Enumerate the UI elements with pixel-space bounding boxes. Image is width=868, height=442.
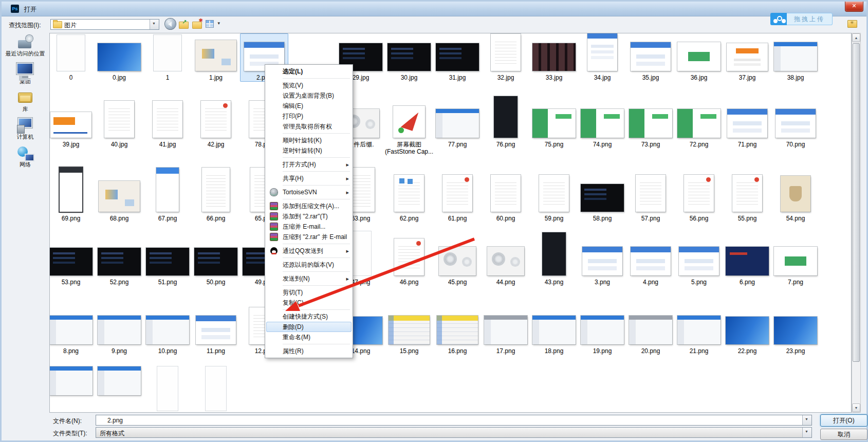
back-button[interactable] bbox=[165, 19, 176, 29]
file-item[interactable]: 35.jpg bbox=[626, 33, 675, 82]
file-item[interactable]: 6.png bbox=[723, 224, 771, 286]
close-button[interactable]: ✕ bbox=[845, 2, 863, 12]
file-item[interactable]: 0 bbox=[49, 33, 95, 82]
file-item[interactable] bbox=[95, 364, 143, 413]
file-item[interactable]: 73.png bbox=[626, 96, 675, 149]
file-item[interactable]: 72.png bbox=[675, 96, 723, 149]
file-item[interactable]: 43.png bbox=[530, 224, 578, 286]
context-menu-item[interactable]: 复制(C) bbox=[266, 298, 352, 308]
file-item[interactable]: 60.png bbox=[482, 159, 530, 223]
file-item[interactable]: 10.png bbox=[143, 288, 192, 355]
file-item[interactable]: 62.png bbox=[385, 159, 433, 223]
titlebar[interactable]: Ps 打开 ✕ bbox=[2, 2, 866, 16]
file-item[interactable]: 3.png bbox=[578, 224, 626, 286]
file-item[interactable]: 33.jpg bbox=[530, 33, 578, 82]
file-item[interactable]: 30.jpg bbox=[385, 33, 433, 82]
file-item[interactable]: 52.png bbox=[95, 224, 143, 286]
file-item[interactable]: 23.png bbox=[771, 288, 820, 355]
file-item[interactable]: 19.png bbox=[578, 288, 626, 355]
context-menu-item[interactable]: 选定(L) bbox=[266, 66, 352, 77]
sidebar-item-network[interactable]: 网络 bbox=[2, 145, 49, 169]
file-item[interactable]: 42.jpg bbox=[192, 96, 240, 149]
context-menu-item[interactable]: 发送到(N) bbox=[266, 273, 352, 284]
file-item[interactable]: 51.png bbox=[143, 224, 192, 286]
sidebar-item-computer[interactable]: 计算机 bbox=[2, 118, 49, 141]
file-item[interactable]: 74.png bbox=[578, 96, 626, 149]
file-type-combobox[interactable]: 所有格式 bbox=[96, 427, 812, 438]
scroll-up-icon[interactable]: ▲ bbox=[852, 33, 860, 42]
file-item[interactable]: 22.png bbox=[723, 288, 771, 355]
context-menu-item[interactable]: 设置为桌面背景(B) bbox=[266, 90, 352, 101]
context-menu-item[interactable]: 打开方式(H) bbox=[266, 159, 352, 170]
cancel-button[interactable]: 取消 bbox=[820, 429, 867, 440]
file-item[interactable]: 53.png bbox=[49, 224, 95, 286]
file-item[interactable]: 1 bbox=[143, 33, 192, 82]
context-menu-item[interactable]: 预览(V) bbox=[266, 80, 352, 90]
up-one-level-button[interactable] bbox=[178, 19, 189, 29]
file-item[interactable]: 40.jpg bbox=[95, 96, 143, 149]
file-item[interactable]: 37.jpg bbox=[723, 33, 771, 82]
context-menu-item[interactable]: 管理员取得所有权 bbox=[266, 121, 352, 132]
file-item[interactable]: 18.png bbox=[530, 288, 578, 355]
context-menu-item[interactable]: 逆时针旋转(N) bbox=[266, 145, 352, 156]
file-item[interactable]: 15.png bbox=[385, 288, 433, 355]
file-item[interactable]: 41.jpg bbox=[143, 96, 192, 149]
file-item[interactable] bbox=[49, 364, 95, 413]
file-item[interactable]: 17.png bbox=[482, 288, 530, 355]
new-folder-small-icon[interactable] bbox=[847, 20, 857, 28]
file-item[interactable]: 59.png bbox=[530, 159, 578, 223]
file-item[interactable]: 0.jpg bbox=[95, 33, 143, 82]
file-item[interactable]: 11.png bbox=[192, 288, 240, 355]
file-item[interactable]: 57.png bbox=[626, 159, 675, 223]
context-menu-item[interactable]: 还原以前的版本(V) bbox=[266, 260, 352, 270]
file-type-dropdown-icon[interactable] bbox=[802, 428, 811, 437]
file-item[interactable]: 61.png bbox=[433, 159, 482, 223]
open-button[interactable]: 打开(O) bbox=[820, 414, 867, 427]
file-item[interactable]: 66.png bbox=[192, 159, 240, 223]
file-item[interactable]: 76.png bbox=[482, 96, 530, 149]
context-menu-item[interactable]: TortoiseSVN bbox=[266, 187, 352, 197]
file-item[interactable]: 55.png bbox=[723, 159, 771, 223]
context-menu-item[interactable]: 压缩到 "2.rar" 并 E-mail bbox=[266, 232, 352, 242]
file-item[interactable] bbox=[192, 364, 240, 413]
file-list[interactable]: 00.jpg11.jpg2.png29.jpg30.jpg31.jpg32.jp… bbox=[49, 33, 852, 413]
context-menu-item[interactable]: 属性(R) bbox=[266, 346, 352, 356]
file-item[interactable]: 71.png bbox=[723, 96, 771, 149]
context-menu-item[interactable]: 通过QQ发送到 bbox=[266, 246, 352, 256]
file-name-combobox[interactable]: 2.png bbox=[96, 415, 812, 426]
look-in-combobox[interactable]: 图片 bbox=[50, 19, 159, 30]
file-item[interactable]: 70.png bbox=[771, 96, 820, 149]
views-menu-button[interactable] bbox=[205, 19, 216, 29]
scroll-down-icon[interactable]: ▼ bbox=[852, 403, 860, 412]
file-item[interactable]: 56.png bbox=[675, 159, 723, 223]
context-menu-item[interactable]: 打印(P) bbox=[266, 111, 352, 121]
context-menu-item[interactable]: 共享(H) bbox=[266, 173, 352, 183]
drag-upload-button[interactable]: 拖拽上传 bbox=[770, 13, 833, 25]
file-item[interactable]: 39.jpg bbox=[49, 96, 95, 149]
file-item[interactable]: 69.png bbox=[49, 159, 95, 223]
context-menu-item[interactable]: 添加到 "2.rar"(T) bbox=[266, 211, 352, 222]
file-item[interactable]: 68.png bbox=[95, 159, 143, 223]
file-item[interactable]: 屏幕截图(FastStone Cap... bbox=[385, 96, 433, 149]
new-folder-button[interactable] bbox=[192, 19, 202, 29]
file-item[interactable]: 44.png bbox=[482, 224, 530, 286]
file-item[interactable]: 54.png bbox=[771, 159, 820, 223]
context-menu-item[interactable]: 删除(D) bbox=[266, 322, 352, 332]
file-item[interactable]: 32.jpg bbox=[482, 33, 530, 82]
file-item[interactable]: 75.png bbox=[530, 96, 578, 149]
file-item[interactable]: 7.png bbox=[771, 224, 820, 286]
file-item[interactable]: 36.jpg bbox=[675, 33, 723, 82]
file-item[interactable]: 8.png bbox=[49, 288, 95, 355]
file-name-dropdown-icon[interactable] bbox=[802, 415, 811, 425]
file-item[interactable]: 20.png bbox=[626, 288, 675, 355]
file-item[interactable]: 4.png bbox=[626, 224, 675, 286]
context-menu-item[interactable]: 创建快捷方式(S) bbox=[266, 311, 352, 322]
sidebar-item-libraries[interactable]: 库 bbox=[2, 90, 49, 114]
file-item[interactable]: 1.jpg bbox=[192, 33, 240, 82]
file-item[interactable]: 46.png bbox=[385, 224, 433, 286]
file-item[interactable]: 38.jpg bbox=[771, 33, 820, 82]
sidebar-item-recent-places[interactable]: 最近访问的位置 bbox=[2, 34, 49, 58]
file-item[interactable]: 34.jpg bbox=[578, 33, 626, 82]
vertical-scrollbar[interactable]: ▲ ▼ bbox=[852, 33, 861, 413]
sidebar-item-desktop[interactable]: 桌面 bbox=[2, 62, 49, 86]
